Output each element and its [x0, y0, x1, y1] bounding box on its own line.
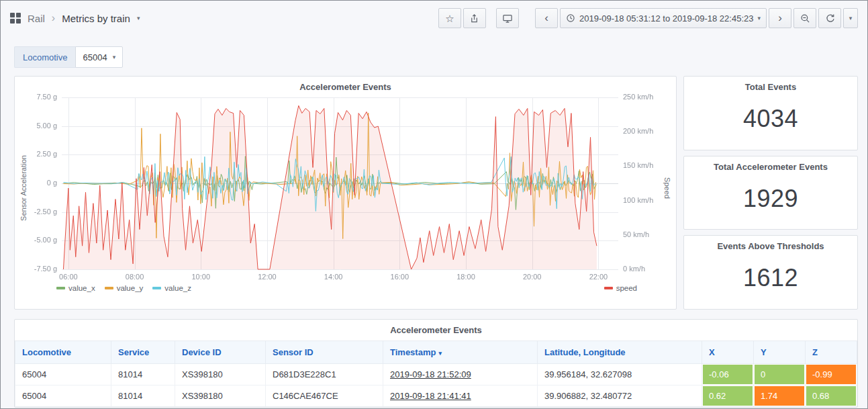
grafana-menu-icon[interactable] — [10, 13, 21, 24]
accelerometer-table-panel: Accelerometer Events LocomotiveServiceDe… — [14, 319, 858, 408]
value-cell-z: 0.68 — [806, 386, 856, 406]
refresh-icon — [825, 13, 835, 24]
stat-value: 4034 — [684, 92, 857, 150]
legend-label: value_y — [117, 284, 144, 292]
table-cell: XS398180 — [175, 364, 266, 385]
table-cell: 0.68 — [806, 385, 857, 407]
legend-item-speed[interactable]: speed — [604, 284, 637, 292]
table-cell: 65004 — [15, 385, 111, 407]
variable-value: 65004 — [83, 52, 107, 62]
share-button[interactable] — [463, 8, 486, 28]
table-cell: 0.62 — [702, 385, 754, 407]
timestamp-link[interactable]: 2019-09-18 21:52:09 — [390, 369, 471, 379]
stat-value: 1612 — [684, 251, 857, 309]
time-forward-button[interactable]: › — [769, 8, 791, 28]
table-cell: 65004 — [15, 364, 111, 385]
table-cell: C146CAE467CE — [266, 385, 383, 407]
locomotive-select[interactable]: 65004 ▾ — [75, 46, 123, 68]
legend-swatch-icon — [105, 287, 113, 289]
column-header-timestamp[interactable]: Timestamp▾ — [383, 341, 538, 364]
table-cell: -0.99 — [806, 364, 857, 385]
stat-panel-title[interactable]: Total Events — [684, 77, 857, 92]
star-icon: ☆ — [445, 13, 454, 24]
column-header-service[interactable]: Service — [111, 341, 175, 364]
clock-icon — [566, 13, 575, 23]
table-panel-title[interactable]: Accelerometer Events — [15, 320, 857, 335]
column-header-locomotive[interactable]: Locomotive — [15, 341, 111, 364]
table-cell: 2019-09-18 21:52:09 — [383, 364, 538, 385]
table-cell: 39.906882, 32.480772 — [538, 385, 702, 407]
table-cell: 81014 — [111, 385, 175, 407]
time-range-text: 2019-09-18 05:31:12 to 2019-09-18 22:45:… — [579, 13, 754, 24]
locomotive-variable: Locomotive 65004 ▾ — [14, 46, 123, 68]
legend-item-value_z[interactable]: value_z — [152, 284, 191, 292]
stats-column: Total Events 4034 Total Accelerometer Ev… — [683, 76, 858, 310]
column-header-sensor-id[interactable]: Sensor ID — [266, 341, 383, 364]
caret-down-icon: ▾ — [849, 15, 853, 21]
dashboard-content: Accelerometer Events Sensor Acceleration… — [1, 68, 867, 408]
legend-item-value_y[interactable]: value_y — [105, 284, 144, 292]
table-cell: 1.74 — [754, 385, 806, 407]
timestamp-link[interactable]: 2019-09-18 21:41:41 — [390, 391, 471, 401]
refresh-button[interactable] — [818, 8, 841, 28]
left-axis-title: Sensor Acceleration — [19, 155, 28, 221]
accel-table-body: 6500481014XS398180D681D3E228C12019-09-18… — [15, 364, 857, 407]
graph-body: Sensor Acceleration Speed — [15, 93, 676, 283]
right-axis-title: Speed — [663, 177, 671, 199]
column-header-z[interactable]: Z — [806, 341, 857, 364]
search-minus-icon — [800, 13, 810, 24]
legend-label: value_z — [164, 284, 191, 292]
zoom-out-button[interactable] — [793, 8, 816, 28]
value-cell-x: -0.06 — [703, 365, 753, 384]
accelerometer-chart[interactable] — [28, 93, 660, 283]
sort-caret-icon: ▾ — [438, 350, 442, 357]
accelerometer-events-table: LocomotiveServiceDevice IDSensor IDTimes… — [15, 340, 857, 407]
total-events-panel: Total Events 4034 — [683, 76, 858, 150]
graph-panel-title[interactable]: Accelerometer Events — [15, 77, 676, 92]
table-cell: 39.956184, 32.627098 — [538, 364, 702, 385]
graph-legend: value_xvalue_yvalue_zspeed — [56, 284, 637, 292]
column-header-x[interactable]: X — [702, 341, 754, 364]
legend-swatch-icon — [152, 287, 161, 289]
table-row: 6500481014XS398180D681D3E228C12019-09-18… — [15, 364, 857, 385]
events-above-thresholds-panel: Events Above Thresholds 1612 — [683, 235, 858, 310]
variable-caret-icon: ▾ — [113, 54, 116, 60]
column-header-latitude-longitude[interactable]: Latitude, Longitude — [538, 341, 702, 364]
breadcrumb-dashboard-title[interactable]: Metrics by train — [62, 13, 130, 24]
table-cell: XS398180 — [175, 385, 266, 407]
stat-panel-title[interactable]: Events Above Thresholds — [684, 236, 857, 251]
stat-value: 1929 — [684, 172, 857, 230]
legend-item-value_x[interactable]: value_x — [56, 284, 95, 292]
column-header-device-id[interactable]: Device ID — [175, 341, 266, 364]
monitor-icon — [502, 13, 513, 24]
table-cell: 0 — [754, 364, 806, 385]
breadcrumb-folder[interactable]: Rail — [28, 13, 45, 24]
total-accelerometer-events-panel: Total Accelerometer Events 1929 — [683, 156, 858, 230]
legend-swatch-icon — [604, 287, 613, 289]
table-cell: 2019-09-18 21:41:41 — [383, 385, 538, 407]
breadcrumb-separator-icon: › — [52, 12, 55, 24]
value-cell-y: 1.74 — [755, 386, 804, 406]
dashboard-submenu: Locomotive 65004 ▾ — [1, 36, 867, 68]
top-navbar: Rail › Metrics by train ▾ ☆ ‹ 2019-09-18 — [1, 1, 867, 36]
value-cell-y: 0 — [755, 365, 804, 384]
time-back-button[interactable]: ‹ — [535, 8, 558, 28]
star-button[interactable]: ☆ — [438, 8, 461, 28]
refresh-interval-caret-button[interactable]: ▾ — [843, 8, 858, 28]
table-cell: 81014 — [111, 364, 175, 385]
dashboard-caret-icon[interactable]: ▾ — [137, 15, 140, 21]
legend-swatch-icon — [56, 287, 65, 289]
time-caret-icon: ▾ — [757, 15, 761, 21]
accelerometer-graph-panel: Accelerometer Events Sensor Acceleration… — [14, 76, 677, 310]
table-cell: D681D3E228C1 — [266, 364, 383, 385]
table-row: 6500481014XS398180C146CAE467CE2019-09-18… — [15, 385, 857, 407]
time-range-button[interactable]: 2019-09-18 05:31:12 to 2019-09-18 22:45:… — [560, 8, 767, 28]
value-cell-z: -0.99 — [806, 365, 856, 384]
legend-label: value_x — [68, 284, 95, 292]
column-header-y[interactable]: Y — [754, 341, 806, 364]
cycle-view-button[interactable] — [496, 8, 519, 28]
stat-panel-title[interactable]: Total Accelerometer Events — [684, 156, 857, 172]
variable-label: Locomotive — [14, 46, 75, 68]
share-icon — [469, 13, 479, 24]
chevron-right-icon: › — [778, 12, 782, 25]
